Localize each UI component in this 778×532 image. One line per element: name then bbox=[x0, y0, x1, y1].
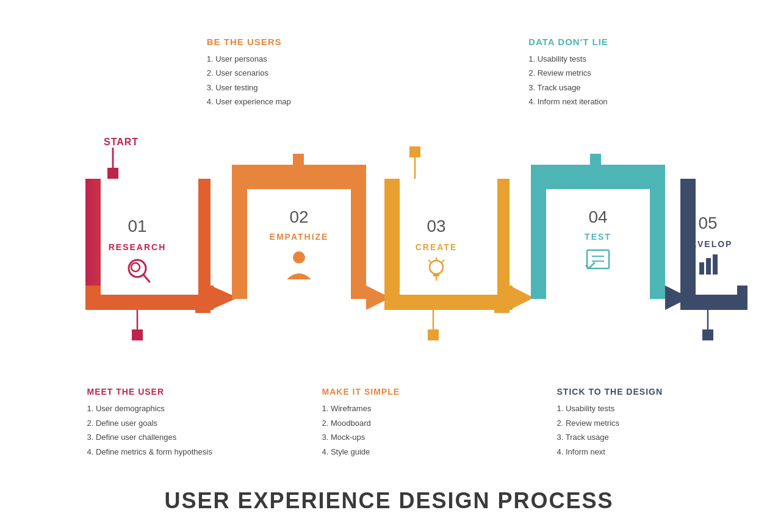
list-item: 2. Define user goals bbox=[87, 416, 222, 430]
svg-rect-47 bbox=[590, 154, 601, 165]
svg-text:START: START bbox=[104, 137, 139, 147]
label-make-it-simple: MAKE IT SIMPLE 1. Wireframes 2. Moodboar… bbox=[322, 387, 456, 459]
list-item: 3. Track usage bbox=[528, 81, 699, 95]
list-item: 3. Track usage bbox=[557, 430, 691, 444]
svg-rect-64 bbox=[706, 258, 711, 275]
list-item: 4. User experience map bbox=[207, 95, 378, 109]
label-title-data-dont-lie: DATA DON'T LIE bbox=[528, 37, 699, 47]
label-list-stick-to-design: 1. Usability tests 2. Review metrics 3. … bbox=[557, 401, 691, 459]
svg-rect-18 bbox=[351, 165, 366, 299]
bottom-labels: MEET THE USER 1. User demographics 2. De… bbox=[0, 387, 778, 459]
list-item: 2. Moodboard bbox=[322, 416, 456, 430]
svg-rect-29 bbox=[400, 179, 497, 295]
label-meet-the-user: MEET THE USER 1. User demographics 2. De… bbox=[87, 387, 222, 459]
list-item: 1. Usability tests bbox=[528, 52, 699, 66]
svg-text:RESEARCH: RESEARCH bbox=[109, 242, 167, 252]
label-title-meet-the-user: MEET THE USER bbox=[87, 387, 222, 397]
svg-text:02: 02 bbox=[289, 207, 308, 226]
label-data-dont-lie: DATA DON'T LIE 1. Usability tests 2. Rev… bbox=[528, 37, 699, 109]
svg-rect-19 bbox=[247, 189, 351, 299]
top-labels: BE THE USERS 1. User personas 2. User sc… bbox=[0, 18, 778, 109]
svg-rect-20 bbox=[293, 154, 304, 165]
svg-text:CREATE: CREATE bbox=[416, 242, 458, 252]
svg-rect-43 bbox=[531, 165, 665, 189]
footer-title: USER EXPERIENCE DESIGN PROCESS bbox=[0, 488, 778, 514]
svg-rect-38 bbox=[433, 274, 439, 276]
svg-text:DEVELOP: DEVELOP bbox=[683, 239, 733, 249]
svg-text:04: 04 bbox=[588, 207, 607, 226]
list-item: 3. Define user challenges bbox=[87, 430, 222, 444]
svg-rect-34 bbox=[428, 329, 439, 340]
list-item: 2. Review metrics bbox=[557, 416, 691, 430]
list-item: 4. Inform next bbox=[557, 445, 691, 459]
label-title-make-it-simple: MAKE IT SIMPLE bbox=[322, 387, 456, 397]
list-item: 1. Wireframes bbox=[322, 401, 456, 415]
svg-rect-65 bbox=[713, 254, 718, 275]
list-item: 3. User testing bbox=[207, 81, 378, 95]
svg-rect-45 bbox=[650, 165, 665, 299]
svg-rect-15 bbox=[132, 329, 143, 340]
svg-marker-32 bbox=[510, 286, 534, 310]
svg-rect-46 bbox=[546, 189, 650, 299]
diagram: START 01 RESEARCH bbox=[31, 122, 747, 342]
svg-rect-17 bbox=[232, 165, 247, 299]
svg-text:03: 03 bbox=[427, 217, 445, 235]
label-list-make-it-simple: 1. Wireframes 2. Moodboard 3. Mock-ups 4… bbox=[322, 401, 456, 459]
svg-text:01: 01 bbox=[128, 217, 146, 235]
list-item: 1. User demographics bbox=[87, 401, 222, 415]
label-list-meet-the-user: 1. User demographics 2. Define user goal… bbox=[87, 401, 222, 459]
svg-rect-44 bbox=[531, 165, 546, 299]
svg-rect-63 bbox=[699, 262, 704, 275]
list-item: 4. Define metrics & form hypothesis bbox=[87, 445, 222, 459]
list-item: 1. User personas bbox=[207, 52, 378, 66]
label-list-data-dont-lie: 1. Usability tests 2. Review metrics 3. … bbox=[528, 52, 699, 109]
label-list-be-the-users: 1. User personas 2. User scenarios 3. Us… bbox=[207, 52, 378, 109]
label-be-the-users: BE THE USERS 1. User personas 2. User sc… bbox=[207, 37, 378, 109]
list-item: 2. Review metrics bbox=[528, 66, 699, 80]
list-item: 4. Style guide bbox=[322, 445, 456, 459]
list-item: 1. Usability tests bbox=[557, 401, 691, 415]
svg-rect-6 bbox=[101, 179, 198, 295]
main-container: BE THE USERS 1. User personas 2. User sc… bbox=[0, 0, 778, 532]
label-stick-to-design: STICK TO THE DESIGN 1. Usability tests 2… bbox=[557, 387, 691, 459]
list-item: 2. User scenarios bbox=[207, 66, 378, 80]
svg-text:TEST: TEST bbox=[585, 232, 611, 242]
list-item: 3. Mock-ups bbox=[322, 430, 456, 444]
label-title-be-the-users: BE THE USERS bbox=[207, 37, 378, 47]
svg-text:EMPATHIZE: EMPATHIZE bbox=[270, 232, 329, 242]
label-title-stick-to-design: STICK TO THE DESIGN bbox=[557, 387, 691, 397]
svg-rect-58 bbox=[696, 179, 737, 295]
svg-rect-31 bbox=[409, 146, 420, 157]
svg-point-25 bbox=[293, 251, 305, 264]
svg-rect-60 bbox=[702, 329, 713, 340]
list-item: 4. Inform next iteration bbox=[528, 95, 699, 109]
svg-text:05: 05 bbox=[698, 214, 717, 232]
